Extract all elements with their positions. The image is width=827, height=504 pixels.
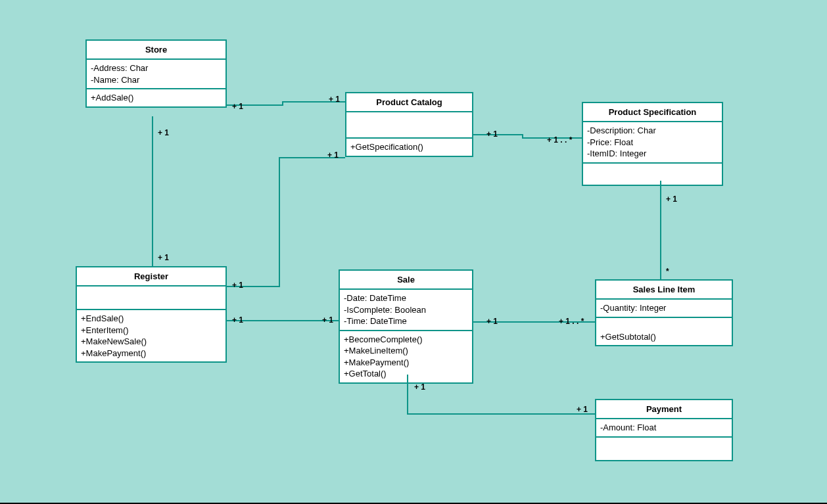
mult-spec-sli-bottom: * — [666, 267, 669, 276]
method: +MakePayment() — [81, 348, 222, 359]
class-sales-line-item-attrs: -Quantity: Integer — [596, 300, 732, 318]
mult-store-register-top: + 1 — [158, 128, 169, 137]
class-register-title: Register — [77, 267, 225, 286]
class-sale-title: Sale — [340, 271, 472, 290]
mult-sale-sli-right: + 1 . . * — [559, 317, 584, 326]
mult-register-catalog-right: + 1 — [327, 150, 339, 160]
method: +GetTotal() — [344, 368, 468, 380]
attr: -Description: Char — [587, 125, 718, 137]
class-product-spec[interactable]: Product Specification -Description: Char… — [582, 102, 723, 186]
attr: -Date: DateTime — [344, 292, 468, 304]
mult-register-sale-right: + 1 — [322, 315, 333, 325]
class-product-catalog-methods: +GetSpecification() — [346, 139, 472, 156]
mult-register-sale-left: + 1 — [232, 315, 243, 325]
class-product-catalog-attrs — [346, 112, 472, 139]
mult-sale-payment-right: + 1 — [577, 405, 588, 414]
attr: -Quantity: Integer — [600, 302, 728, 314]
class-product-catalog-title: Product Catalog — [346, 93, 472, 112]
attr: -Amount: Float — [600, 422, 728, 434]
method: +EnterItem() — [81, 325, 222, 336]
class-payment-title: Payment — [596, 400, 732, 419]
mult-sale-sli-left: + 1 — [486, 317, 498, 326]
class-register-methods: +EndSale() +EnterItem() +MakeNewSale() +… — [77, 310, 225, 361]
class-store[interactable]: Store -Address: Char -Name: Char +AddSal… — [85, 39, 227, 108]
class-sales-line-item[interactable]: Sales Line Item -Quantity: Integer +GetS… — [595, 279, 733, 346]
class-payment[interactable]: Payment -Amount: Float — [595, 399, 733, 461]
class-store-title: Store — [87, 41, 225, 60]
attr: -IsComplete: Boolean — [344, 304, 468, 316]
method: +EndSale() — [81, 313, 222, 325]
class-register[interactable]: Register +EndSale() +EnterItem() +MakeNe… — [76, 266, 227, 363]
method: +MakeNewSale() — [81, 336, 222, 348]
attr: -Time: DateTime — [344, 315, 468, 327]
class-sales-line-item-methods: +GetSubtotal() — [596, 318, 732, 346]
class-product-spec-attrs: -Description: Char -Price: Float -ItemID… — [583, 122, 722, 164]
class-sale[interactable]: Sale -Date: DateTime -IsComplete: Boolea… — [339, 269, 473, 384]
method: +MakePayment() — [344, 357, 468, 369]
mult-spec-sli-top: + 1 — [666, 195, 677, 204]
method: +GetSpecification() — [350, 141, 468, 153]
class-store-methods: +AddSale() — [87, 89, 225, 106]
class-store-attrs: -Address: Char -Name: Char — [87, 60, 225, 89]
class-sale-attrs: -Date: DateTime -IsComplete: Boolean -Ti… — [340, 290, 472, 331]
method: +GetSubtotal() — [600, 331, 728, 343]
class-register-attrs — [77, 286, 225, 310]
mult-store-catalog-right: + 1 — [329, 95, 340, 104]
mult-store-register-bottom: + 1 — [158, 253, 169, 262]
class-sales-line-item-title: Sales Line Item — [596, 281, 732, 300]
method: +AddSale() — [91, 92, 222, 104]
class-product-catalog[interactable]: Product Catalog +GetSpecification() — [345, 92, 473, 157]
mult-sale-payment-top: + 1 — [414, 382, 425, 392]
mult-catalog-spec-left: + 1 — [486, 129, 498, 139]
attr: -Address: Char — [91, 62, 222, 74]
class-product-spec-methods — [583, 164, 722, 185]
class-payment-attrs: -Amount: Float — [596, 419, 732, 438]
attr: -Price: Float — [587, 137, 718, 149]
mult-register-catalog-left: + 1 — [232, 281, 243, 290]
class-sale-methods: +BecomeComplete() +MakeLineItem() +MakeP… — [340, 331, 472, 382]
class-product-spec-title: Product Specification — [583, 103, 722, 122]
attr: -ItemID: Integer — [587, 148, 718, 160]
attr: -Name: Char — [91, 74, 222, 86]
mult-store-catalog-left: + 1 — [232, 102, 243, 111]
method: +MakeLineItem() — [344, 345, 468, 357]
class-payment-methods — [596, 438, 732, 460]
method: +BecomeComplete() — [344, 334, 468, 346]
mult-catalog-spec-right: + 1 . . * — [547, 135, 572, 145]
